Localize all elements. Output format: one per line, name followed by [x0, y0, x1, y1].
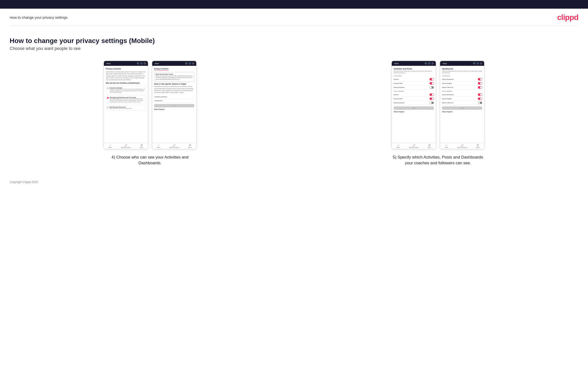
phone-3-back[interactable]: ‹ Back	[394, 63, 398, 64]
followers-player-dash-toggle[interactable]	[478, 93, 482, 96]
help-section-4: Help & Support	[442, 111, 482, 112]
settings-icon-4[interactable]: ⚙	[480, 62, 482, 65]
followers-manual-toggle[interactable]	[430, 102, 434, 104]
footer-perf-4[interactable]: 📈 My Performance	[458, 144, 467, 148]
footer-home-1[interactable]: ⌂ Home	[108, 144, 112, 148]
coaches-player-dash-toggle[interactable]	[478, 78, 482, 80]
footer-menu-1[interactable]: ☰ Menu	[140, 144, 143, 148]
coaches-round-insights-toggle[interactable]	[478, 82, 482, 84]
followers-manual-row: Manual Activities	[394, 101, 434, 105]
footer-menu-3[interactable]: ☰ Menu	[428, 144, 431, 148]
phone-4-header: ‹ Back 🔍 👤 ⚙	[440, 61, 484, 66]
phone-screen-3: ‹ Back 🔍 👤 ⚙ Activities and Posts Select…	[391, 61, 436, 149]
phone-3-icons: 🔍 👤 ⚙	[425, 62, 434, 65]
radio-followers[interactable]	[107, 97, 109, 99]
phone-3-footer: ⌂ Home 📈 My Performance ☰ Menu	[392, 143, 436, 149]
coaches-round-insights-row: Round Insights	[442, 81, 482, 85]
screen2-section-body: Regardless of the privacy controls that …	[154, 85, 194, 93]
screen1-section-title: Privacy Controls	[106, 68, 146, 70]
footer-menu-2[interactable]: ☰ Menu	[188, 144, 192, 148]
caption-1: 4) Choose who can see your Activities an…	[102, 154, 198, 166]
menu-icon-1: ☰	[141, 144, 143, 147]
coaches-rounds-toggle[interactable]	[430, 78, 434, 80]
settings-icon[interactable]: ⚙	[144, 62, 146, 65]
coaches-player-dash-label: Player Dashboard	[442, 79, 454, 80]
people-icon-3[interactable]: 👤	[428, 62, 431, 65]
footer-home-4[interactable]: ⌂ Home	[445, 144, 448, 148]
back-chevron-icon-4: ‹	[442, 63, 442, 64]
perf-icon-4: 📈	[461, 144, 464, 147]
followers-rounds-label: Rounds	[394, 94, 399, 95]
search-icon[interactable]: 🔍	[137, 62, 139, 65]
followers-drills-toggle[interactable]	[430, 98, 434, 100]
phone-1-icons: 🔍 👤 ⚙	[137, 62, 146, 65]
followers-what-to-work-toggle[interactable]	[478, 102, 482, 104]
home-icon-2: ⌂	[158, 144, 159, 147]
people-icon-4[interactable]: 👤	[476, 62, 479, 65]
screen4-subtitle: Select the dashboards that you'd like to…	[442, 70, 482, 74]
menu-activities-label: Activities and Posts	[155, 96, 167, 98]
search-icon-4[interactable]: 🔍	[473, 62, 476, 65]
home-icon-1: ⌂	[109, 144, 111, 147]
coaches-drills-toggle[interactable]	[430, 82, 434, 84]
settings-icon-3[interactable]: ⚙	[432, 62, 434, 65]
page-title: How to change your privacy settings (Mob…	[10, 37, 578, 45]
phone-screen-4: ‹ Back 🔍 👤 ⚙ Dashboards Select the dashb…	[440, 61, 484, 149]
footer-home-2[interactable]: ⌂ Home	[157, 144, 160, 148]
home-icon-3: ⌂	[398, 144, 399, 147]
screen4-title: Dashboards	[442, 68, 482, 70]
option-coach-only-desc: Only you and the coaches you connect wit…	[110, 108, 132, 109]
privacy-controls-tab[interactable]: Privacy Controls	[154, 68, 169, 71]
option-coach-only[interactable]: Only You and Your Coach Only you and the…	[106, 105, 146, 110]
menu-activities[interactable]: Activities and Posts ›	[154, 95, 194, 99]
header-title: How to change your privacy settings	[10, 15, 68, 19]
option-followers-desc: Only approved followers and coaches you …	[110, 98, 145, 103]
phone-1-body: Privacy Controls Control how you and you…	[104, 66, 148, 143]
followers-round-insights-label: Round Insights	[442, 98, 452, 100]
followers-player-dash-row: Player Dashboard	[442, 93, 482, 97]
help-section-2: Help & Support	[154, 108, 194, 110]
footer-perf-1[interactable]: 📈 My Performance	[121, 144, 131, 148]
phone-1-back[interactable]: ‹ Back	[106, 63, 111, 64]
search-icon-3[interactable]: 🔍	[425, 62, 427, 65]
footer-home-3[interactable]: ⌂ Home	[396, 144, 400, 148]
footer-perf-2[interactable]: 📈 My Performance	[170, 144, 179, 148]
logo: clippd	[557, 13, 578, 22]
followers-label-4: FOLLOWERS	[442, 91, 482, 92]
option-followers[interactable]: Only Approved Followers and Your Coach O…	[106, 96, 146, 104]
mockup-pair-left: ‹ Back 🔍 👤 ⚙ Privacy Controls Control ho…	[10, 61, 291, 149]
phone-2-back[interactable]: ‹ Back	[154, 63, 159, 64]
phone-2-back-label: Back	[155, 63, 159, 64]
people-icon[interactable]: 👤	[140, 62, 143, 65]
back-chevron-icon-2: ‹	[154, 63, 155, 64]
save-button-3[interactable]: Save	[394, 106, 434, 110]
phone-2-icons: 🔍 👤 ⚙	[185, 62, 194, 65]
mockup-group-left: ‹ Back 🔍 👤 ⚙ Privacy Controls Control ho…	[10, 61, 291, 166]
save-button-4[interactable]: Save	[442, 106, 482, 110]
radio-everyone[interactable]	[107, 87, 109, 89]
people-icon-2[interactable]: 👤	[189, 62, 191, 65]
save-button-2[interactable]: Save	[154, 104, 194, 107]
main-content: How to change your privacy settings (Mob…	[0, 25, 588, 193]
coaches-manual-label: Manual Activities	[394, 87, 405, 88]
menu-dashboards[interactable]: Dashboards ›	[154, 99, 194, 103]
coaches-what-to-work-toggle[interactable]	[478, 86, 482, 89]
mockup-group-right: ‹ Back 🔍 👤 ⚙ Activities and Posts Select…	[298, 61, 579, 166]
footer-perf-3[interactable]: 📈 My Performance	[409, 144, 419, 148]
settings-icon-2[interactable]: ⚙	[192, 62, 194, 65]
option-everyone[interactable]: Everyone on Clippd Everyone on Clippd ca…	[106, 86, 146, 94]
footer-menu-label-1: Menu	[140, 147, 143, 148]
radio-coach-only[interactable]	[107, 107, 109, 108]
phone-4-back[interactable]: ‹ Back	[442, 63, 447, 64]
footer-menu-4[interactable]: ☰ Menu	[476, 144, 480, 148]
followers-rounds-toggle[interactable]	[430, 93, 434, 96]
followers-label-3: FOLLOWERS	[394, 91, 434, 92]
coaches-manual-toggle[interactable]	[430, 86, 434, 89]
coaches-label-3: COACHES	[394, 75, 434, 77]
callout-title: Only You and Your Coach	[156, 74, 193, 75]
callout-text: Only you and the coaches you connect wit…	[156, 75, 193, 80]
phone-3-body: Activities and Posts Select the types of…	[392, 66, 436, 143]
followers-round-insights-toggle[interactable]	[478, 98, 482, 100]
search-icon-2[interactable]: 🔍	[185, 62, 188, 65]
coaches-drills-row: Practice Drills	[394, 81, 434, 85]
